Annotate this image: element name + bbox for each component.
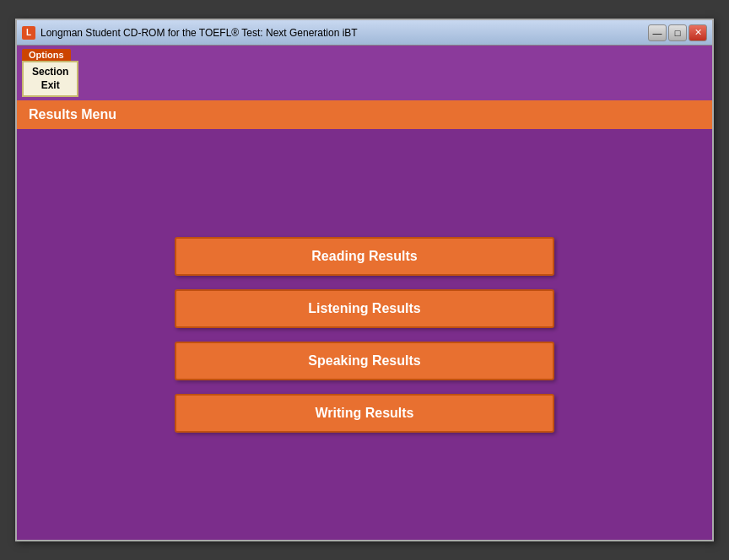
- title-bar: L Longman Student CD-ROM for the TOEFL® …: [17, 20, 712, 46]
- minimize-button[interactable]: —: [648, 24, 667, 41]
- options-label: Options: [22, 49, 71, 61]
- close-button[interactable]: ✕: [688, 24, 707, 41]
- menu-bar: Options Section Exit: [17, 46, 712, 100]
- window-body: Options Section Exit Results Menu Readin…: [17, 46, 712, 540]
- section-exit-button[interactable]: Section Exit: [22, 61, 78, 97]
- window-controls: — □ ✕: [648, 24, 707, 41]
- section-label: Section: [32, 66, 68, 78]
- title-bar-left: L Longman Student CD-ROM for the TOEFL® …: [22, 26, 358, 40]
- window-title: Longman Student CD-ROM for the TOEFL® Te…: [40, 27, 358, 39]
- speaking-results-button[interactable]: Speaking Results: [175, 342, 554, 380]
- options-group: Options Section Exit: [22, 49, 78, 97]
- application-window: L Longman Student CD-ROM for the TOEFL® …: [15, 19, 714, 541]
- main-content: Reading Results Listening Results Speaki…: [17, 129, 712, 540]
- reading-results-button[interactable]: Reading Results: [175, 237, 554, 276]
- listening-results-button[interactable]: Listening Results: [175, 289, 554, 328]
- exit-label: Exit: [41, 79, 60, 91]
- writing-results-button[interactable]: Writing Results: [175, 394, 554, 433]
- app-icon: L: [22, 26, 35, 40]
- results-menu-header: Results Menu: [17, 100, 712, 129]
- maximize-button[interactable]: □: [668, 24, 687, 41]
